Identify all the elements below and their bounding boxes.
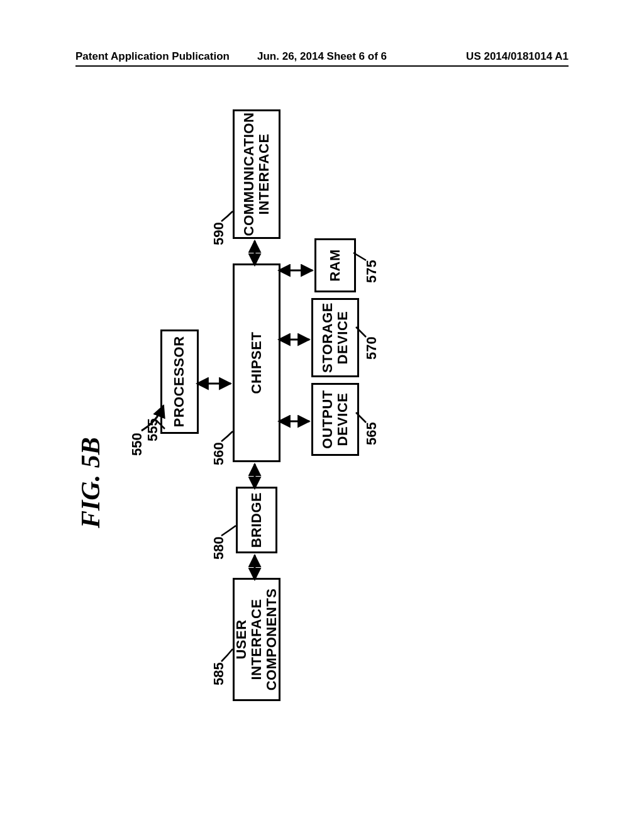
header-publication: Patent Application Publication — [75, 50, 230, 63]
block-label: OUTPUT DEVICE — [320, 390, 350, 448]
ref-575: 575 — [364, 260, 380, 283]
block-label: COMMUNICATION INTERFACE — [242, 113, 272, 236]
block-label: CHIPSET — [249, 332, 264, 394]
block-ram: RAM — [314, 238, 356, 292]
ref-560: 560 — [211, 442, 227, 465]
figure-diagram: FIG. 5B 550 USER INTERFACE COMPONENTS BR… — [0, 113, 644, 742]
block-communication-interface: COMMUNICATION INTERFACE — [233, 109, 280, 239]
ref-570: 570 — [364, 336, 380, 360]
block-label: USER INTERFACE COMPONENTS — [234, 580, 280, 699]
block-label: STORAGE DEVICE — [320, 302, 350, 373]
ref-565: 565 — [364, 422, 380, 445]
block-label: BRIDGE — [249, 492, 264, 548]
block-user-interface-components: USER INTERFACE COMPONENTS — [233, 578, 280, 701]
header-pubnumber: US 2014/0181014 A1 — [466, 50, 569, 63]
ref-555: 555 — [145, 418, 161, 441]
figure-title: FIG. 5B — [75, 437, 106, 528]
block-output-device: OUTPUT DEVICE — [311, 383, 359, 456]
block-storage-device: STORAGE DEVICE — [311, 298, 359, 377]
header-date-sheet: Jun. 26, 2014 Sheet 6 of 6 — [257, 50, 387, 63]
ref-system: 550 — [129, 433, 145, 456]
block-label: RAM — [328, 249, 343, 282]
block-bridge: BRIDGE — [236, 487, 277, 553]
page-header: Patent Application Publication Jun. 26, … — [75, 50, 569, 67]
block-processor: PROCESSOR — [160, 329, 199, 434]
block-chipset: CHIPSET — [233, 263, 280, 462]
block-label: PROCESSOR — [172, 336, 187, 427]
ref-580: 580 — [211, 536, 227, 560]
ref-590: 590 — [211, 222, 227, 245]
ref-585: 585 — [211, 662, 227, 685]
